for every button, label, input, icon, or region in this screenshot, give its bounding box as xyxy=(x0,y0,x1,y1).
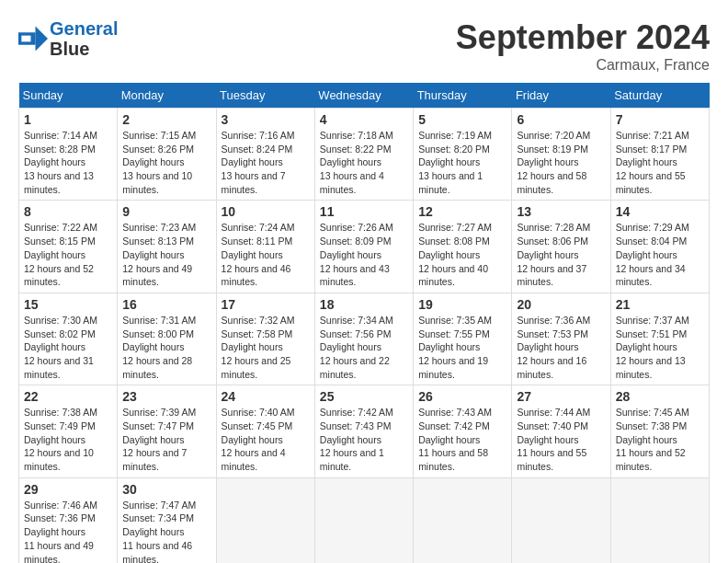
day-number: 8 xyxy=(24,204,112,219)
day-number: 12 xyxy=(418,204,506,219)
day-number: 10 xyxy=(222,204,310,219)
day-number: 17 xyxy=(222,297,310,312)
calendar-cell xyxy=(512,477,610,563)
day-info: Sunrise: 7:30 AM Sunset: 8:02 PM Dayligh… xyxy=(24,314,112,381)
calendar-cell: 21 Sunrise: 7:37 AM Sunset: 7:51 PM Dayl… xyxy=(610,293,709,385)
day-number: 6 xyxy=(517,112,605,127)
day-number: 18 xyxy=(320,297,408,312)
day-info: Sunrise: 7:27 AM Sunset: 8:08 PM Dayligh… xyxy=(418,221,506,288)
col-saturday: Saturday xyxy=(610,83,709,109)
location: Carmaux, France xyxy=(456,57,710,74)
col-wednesday: Wednesday xyxy=(314,83,413,109)
logo-icon xyxy=(18,26,48,52)
calendar-header: Sunday Monday Tuesday Wednesday Thursday… xyxy=(19,83,710,109)
day-number: 29 xyxy=(24,482,112,497)
calendar-cell: 20 Sunrise: 7:36 AM Sunset: 7:53 PM Dayl… xyxy=(512,293,610,385)
calendar-row: 8 Sunrise: 7:22 AM Sunset: 8:15 PM Dayli… xyxy=(19,201,710,293)
month-title: September 2024 xyxy=(456,18,710,57)
day-number: 21 xyxy=(616,297,704,312)
calendar-body: 1 Sunrise: 7:14 AM Sunset: 8:28 PM Dayli… xyxy=(19,109,710,564)
calendar-cell: 8 Sunrise: 7:22 AM Sunset: 8:15 PM Dayli… xyxy=(19,201,118,293)
day-number: 23 xyxy=(122,389,210,404)
logo-text: General Blue xyxy=(50,18,118,59)
day-info: Sunrise: 7:26 AM Sunset: 8:09 PM Dayligh… xyxy=(320,221,408,288)
calendar-cell: 28 Sunrise: 7:45 AM Sunset: 7:38 PM Dayl… xyxy=(610,385,709,477)
calendar-row: 29 Sunrise: 7:46 AM Sunset: 7:36 PM Dayl… xyxy=(19,477,710,563)
day-number: 22 xyxy=(24,389,112,404)
day-number: 11 xyxy=(320,204,408,219)
day-number: 13 xyxy=(517,204,605,219)
day-number: 24 xyxy=(222,389,310,404)
calendar-cell: 10 Sunrise: 7:24 AM Sunset: 8:11 PM Dayl… xyxy=(216,201,314,293)
calendar-cell: 27 Sunrise: 7:44 AM Sunset: 7:40 PM Dayl… xyxy=(512,385,610,477)
col-friday: Friday xyxy=(512,83,610,109)
day-number: 1 xyxy=(24,112,112,127)
day-number: 16 xyxy=(122,297,210,312)
calendar-cell: 9 Sunrise: 7:23 AM Sunset: 8:13 PM Dayli… xyxy=(118,201,216,293)
svg-marker-1 xyxy=(36,27,48,52)
calendar-cell xyxy=(414,477,512,563)
day-info: Sunrise: 7:40 AM Sunset: 7:45 PM Dayligh… xyxy=(222,406,310,473)
col-sunday: Sunday xyxy=(19,83,118,109)
day-info: Sunrise: 7:32 AM Sunset: 7:58 PM Dayligh… xyxy=(222,314,310,381)
day-info: Sunrise: 7:42 AM Sunset: 7:43 PM Dayligh… xyxy=(320,406,408,473)
day-info: Sunrise: 7:47 AM Sunset: 7:34 PM Dayligh… xyxy=(122,499,210,563)
calendar-row: 15 Sunrise: 7:30 AM Sunset: 8:02 PM Dayl… xyxy=(19,293,710,385)
logo-line1: General xyxy=(50,18,118,39)
col-tuesday: Tuesday xyxy=(216,83,314,109)
day-info: Sunrise: 7:24 AM Sunset: 8:11 PM Dayligh… xyxy=(222,221,310,288)
calendar-cell: 1 Sunrise: 7:14 AM Sunset: 8:28 PM Dayli… xyxy=(19,109,118,201)
calendar-cell: 6 Sunrise: 7:20 AM Sunset: 8:19 PM Dayli… xyxy=(512,109,610,201)
day-info: Sunrise: 7:28 AM Sunset: 8:06 PM Dayligh… xyxy=(517,221,605,288)
calendar-cell: 22 Sunrise: 7:38 AM Sunset: 7:49 PM Dayl… xyxy=(19,385,118,477)
day-info: Sunrise: 7:22 AM Sunset: 8:15 PM Dayligh… xyxy=(24,221,112,288)
calendar-cell: 17 Sunrise: 7:32 AM Sunset: 7:58 PM Dayl… xyxy=(216,293,314,385)
day-number: 27 xyxy=(517,389,605,404)
day-info: Sunrise: 7:21 AM Sunset: 8:17 PM Dayligh… xyxy=(616,129,704,196)
calendar-cell: 24 Sunrise: 7:40 AM Sunset: 7:45 PM Dayl… xyxy=(216,385,314,477)
day-info: Sunrise: 7:31 AM Sunset: 8:00 PM Dayligh… xyxy=(122,314,210,381)
calendar-cell: 2 Sunrise: 7:15 AM Sunset: 8:26 PM Dayli… xyxy=(118,109,216,201)
day-info: Sunrise: 7:45 AM Sunset: 7:38 PM Dayligh… xyxy=(616,406,704,473)
calendar-cell: 5 Sunrise: 7:19 AM Sunset: 8:20 PM Dayli… xyxy=(414,109,512,201)
day-info: Sunrise: 7:35 AM Sunset: 7:55 PM Dayligh… xyxy=(418,314,506,381)
day-number: 28 xyxy=(616,389,704,404)
calendar-cell xyxy=(216,477,314,563)
day-number: 15 xyxy=(24,297,112,312)
calendar-cell: 15 Sunrise: 7:30 AM Sunset: 8:02 PM Dayl… xyxy=(19,293,118,385)
day-number: 5 xyxy=(418,112,506,127)
day-info: Sunrise: 7:23 AM Sunset: 8:13 PM Dayligh… xyxy=(122,221,210,288)
calendar-cell: 13 Sunrise: 7:28 AM Sunset: 8:06 PM Dayl… xyxy=(512,201,610,293)
day-info: Sunrise: 7:16 AM Sunset: 8:24 PM Dayligh… xyxy=(222,129,310,196)
calendar-cell: 23 Sunrise: 7:39 AM Sunset: 7:47 PM Dayl… xyxy=(118,385,216,477)
calendar-cell: 3 Sunrise: 7:16 AM Sunset: 8:24 PM Dayli… xyxy=(216,109,314,201)
day-info: Sunrise: 7:14 AM Sunset: 8:28 PM Dayligh… xyxy=(24,129,112,196)
day-number: 3 xyxy=(222,112,310,127)
calendar-table: Sunday Monday Tuesday Wednesday Thursday… xyxy=(18,83,710,563)
day-info: Sunrise: 7:39 AM Sunset: 7:47 PM Dayligh… xyxy=(122,406,210,473)
svg-rect-2 xyxy=(21,36,30,42)
day-info: Sunrise: 7:34 AM Sunset: 7:56 PM Dayligh… xyxy=(320,314,408,381)
day-info: Sunrise: 7:46 AM Sunset: 7:36 PM Dayligh… xyxy=(24,499,112,563)
day-info: Sunrise: 7:20 AM Sunset: 8:19 PM Dayligh… xyxy=(517,129,605,196)
day-number: 30 xyxy=(122,482,210,497)
calendar-cell: 25 Sunrise: 7:42 AM Sunset: 7:43 PM Dayl… xyxy=(314,385,413,477)
calendar-cell: 19 Sunrise: 7:35 AM Sunset: 7:55 PM Dayl… xyxy=(414,293,512,385)
day-number: 26 xyxy=(418,389,506,404)
calendar-cell: 12 Sunrise: 7:27 AM Sunset: 8:08 PM Dayl… xyxy=(414,201,512,293)
day-info: Sunrise: 7:43 AM Sunset: 7:42 PM Dayligh… xyxy=(418,406,506,473)
day-info: Sunrise: 7:38 AM Sunset: 7:49 PM Dayligh… xyxy=(24,406,112,473)
day-info: Sunrise: 7:29 AM Sunset: 8:04 PM Dayligh… xyxy=(616,221,704,288)
day-number: 20 xyxy=(517,297,605,312)
calendar-row: 22 Sunrise: 7:38 AM Sunset: 7:49 PM Dayl… xyxy=(19,385,710,477)
calendar-cell: 11 Sunrise: 7:26 AM Sunset: 8:09 PM Dayl… xyxy=(314,201,413,293)
day-number: 7 xyxy=(616,112,704,127)
calendar-cell xyxy=(610,477,709,563)
calendar-cell: 7 Sunrise: 7:21 AM Sunset: 8:17 PM Dayli… xyxy=(610,109,709,201)
day-number: 19 xyxy=(418,297,506,312)
calendar-cell: 14 Sunrise: 7:29 AM Sunset: 8:04 PM Dayl… xyxy=(610,201,709,293)
day-info: Sunrise: 7:44 AM Sunset: 7:40 PM Dayligh… xyxy=(517,406,605,473)
col-thursday: Thursday xyxy=(414,83,512,109)
day-info: Sunrise: 7:36 AM Sunset: 7:53 PM Dayligh… xyxy=(517,314,605,381)
col-monday: Monday xyxy=(118,83,216,109)
